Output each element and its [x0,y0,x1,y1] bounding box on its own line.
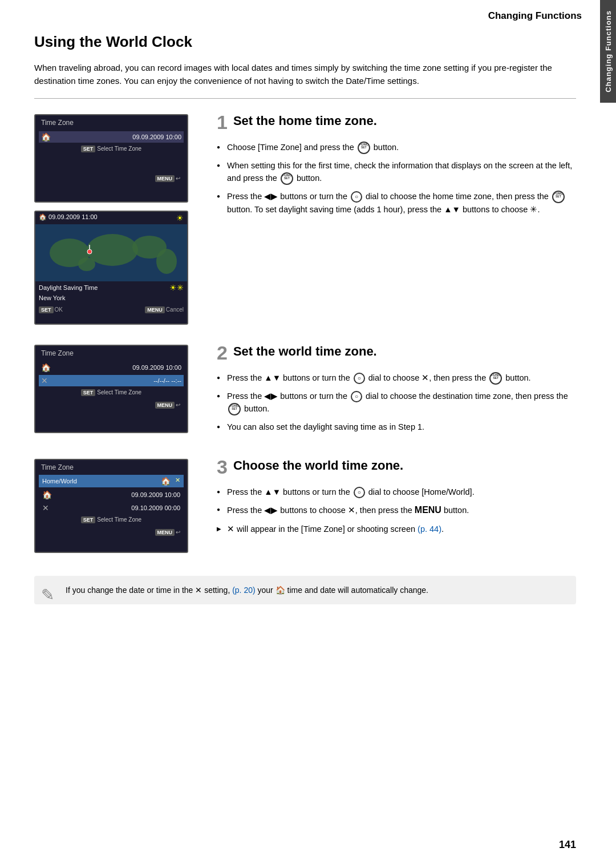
step-2-bullet-3: You can also set the daylight saving tim… [217,421,576,433]
screen-1-menu-btn: MENU ↩ [155,175,181,182]
dst-label: Daylight Saving Time [39,284,98,291]
step-3-bullets: Press the ▲▼ buttons or turn the ○ dial … [217,486,576,536]
main-content: Using the World Clock When traveling abr… [0,27,616,627]
home-icon-2: 🏠 09.09.2009 11:00 [39,213,98,223]
screen-3-bottom: MENU ↩ [39,399,184,410]
func-icon-2: FUNCSET [281,172,293,185]
screen-4-world-date: 09.10.2009 00:00 [131,504,180,511]
screen-4-hw-label-row: Home/World 🏠 ✕ [39,475,184,487]
screen-1-set-label: Select Time Zone [97,146,141,152]
step-3-bullet-2: Press the ◀▶ buttons to choose ✕, then p… [217,503,576,518]
svg-point-2 [87,234,138,266]
step-1-bullet-2: When setting this for the first time, ch… [217,159,576,185]
screen-1-mock: Time Zone 🏠 09.09.2009 10:00 SET Select … [34,114,188,203]
map-city: New York [35,294,187,302]
step-3-content: 3 Choose the world time zone. Press the … [217,456,576,541]
set-btn-2: SET [39,306,54,313]
screen-3-menu-btn: MENU ↩ [155,402,181,409]
screen-3-set-label: Select Time Zone [97,389,141,395]
page-container: Changing Functions Changing Functions Us… [0,0,616,868]
screen-4-home-date: 09.09.2009 10:00 [131,491,180,498]
screen-1-set-row: SET Select Time Zone [39,144,184,154]
page-number: 141 [559,839,576,851]
step-2-content: 2 Set the world time zone. Press the ▲▼ … [217,342,576,439]
screen-1-body: Time Zone 🏠 09.09.2009 10:00 SET Select … [35,115,187,186]
func-icon-1: FUNCSET [358,142,370,154]
screen-title-row: Time Zone [39,118,184,128]
func-icon-4: FUNCSET [489,372,502,385]
step-2-bullets: Press the ▲▼ buttons or turn the ○ dial … [217,372,576,434]
steps-container: Time Zone 🏠 09.09.2009 10:00 SET Select … [34,111,576,570]
step-3-heading-row: 3 Choose the world time zone. [217,456,576,480]
map-dst-row: Daylight Saving Time ☀✳ [35,281,187,294]
step-1-bullets: Choose [Time Zone] and press the FUNCSET… [217,141,576,216]
screen-4-icons: 🏠 ✕ [161,477,180,486]
right-tab: Changing Functions [600,0,616,103]
screen-3-set-row: SET Select Time Zone [39,388,184,397]
step-1-screenshots: Time Zone 🏠 09.09.2009 10:00 SET Select … [34,114,200,325]
screen-4-mock: Time Zone Home/World 🏠 ✕ 🏠 [34,459,188,553]
menu-btn-3: MENU [155,402,175,409]
home-icon-4: 🏠 [161,477,171,486]
screen-1-home-row: 🏠 09.09.2009 10:00 [39,131,184,143]
intro-text: When traveling abroad, you can record im… [34,61,576,88]
step-3-bullet-1: Press the ▲▼ buttons or turn the ○ dial … [217,486,576,498]
screen-3-title: Time Zone [41,349,74,357]
svg-point-6 [87,249,92,254]
chapter-title: Changing Functions [488,10,582,22]
screen-1-title: Time Zone [41,119,74,127]
step-1-heading-row: 1 Set the home time zone. [217,111,576,135]
step-3-number: 3 [217,457,228,477]
screen-3-title-row: Time Zone [39,348,184,358]
home-icon-3: 🏠 [41,363,51,372]
step-3-screenshot: Time Zone Home/World 🏠 ✕ 🏠 [34,459,200,553]
screen-2-ok-btn: SET OK [39,306,63,313]
step-3-heading: Choose the world time zone. [233,456,403,473]
step-1-content: 1 Set the home time zone. Choose [Time Z… [217,111,576,221]
menu-arrow-4: ↩ [176,529,180,535]
divider [34,98,576,99]
cancel-label: Cancel [166,306,184,313]
menu-bold: MENU [415,505,441,515]
screen-4-title-row: Time Zone [39,462,184,473]
ok-label: OK [55,306,63,313]
svg-point-5 [78,257,95,271]
home-icon-1: 🏠 [41,132,51,142]
step-1-bullet-3: Press the ◀▶ buttons or turn the ○ dial … [217,190,576,216]
svg-point-4 [156,249,177,274]
menu-btn-4: MENU [155,529,175,536]
step-1-row: Time Zone 🏠 09.09.2009 10:00 SET Select … [34,111,576,325]
screen-3-home-row: 🏠 09.09.2009 10:00 [39,362,184,373]
dial-icon-2b: ○ [351,391,362,402]
note-link-p20: (p. 20) [232,586,255,595]
menu-btn-2: MENU [145,306,165,313]
screen-4-title: Time Zone [41,463,74,471]
dial-icon-3a: ○ [354,487,365,498]
dst-icon: ☀✳ [169,283,184,292]
set-btn-3: SET [81,389,96,396]
screen-3-world-date: --/--/-- --:-- [153,377,181,384]
set-btn-4: SET [81,516,96,523]
screen-4-body: Time Zone Home/World 🏠 ✕ 🏠 [35,460,187,540]
screen-3-mock: Time Zone 🏠 09.09.2009 10:00 ✕ --/--/-- … [34,345,188,433]
step-2-bullet-1: Press the ▲▼ buttons or turn the ○ dial … [217,372,576,385]
home-icon-4b: 🏠 [42,490,52,499]
step-2-screenshot: Time Zone 🏠 09.09.2009 10:00 ✕ --/--/-- … [34,345,200,433]
func-icon-3: FUNCSET [552,191,565,203]
menu-arrow-1: ↩ [176,175,180,181]
step-2-heading-row: 2 Set the world time zone. [217,342,576,366]
step-2-number: 2 [217,343,228,362]
step-1-number: 1 [217,112,228,132]
dial-icon-1: ○ [351,191,362,203]
step-2-row: Time Zone 🏠 09.09.2009 10:00 ✕ --/--/-- … [34,342,576,439]
step-2-heading: Set the world time zone. [233,342,377,359]
sun-icon-2: ☀ [176,213,184,223]
world-icon-4: ✕ [42,503,49,512]
top-header: Changing Functions [0,0,616,27]
world-map-svg [35,224,187,281]
func-icon-5: FUNCSET [228,403,241,415]
screen-3-world-row: ✕ --/--/-- --:-- [39,375,184,386]
link-p44: (p. 44) [418,524,441,534]
screen-2-bottom: SET OK MENU Cancel [35,304,187,315]
screen-2-cancel-btn: MENU Cancel [145,306,184,313]
